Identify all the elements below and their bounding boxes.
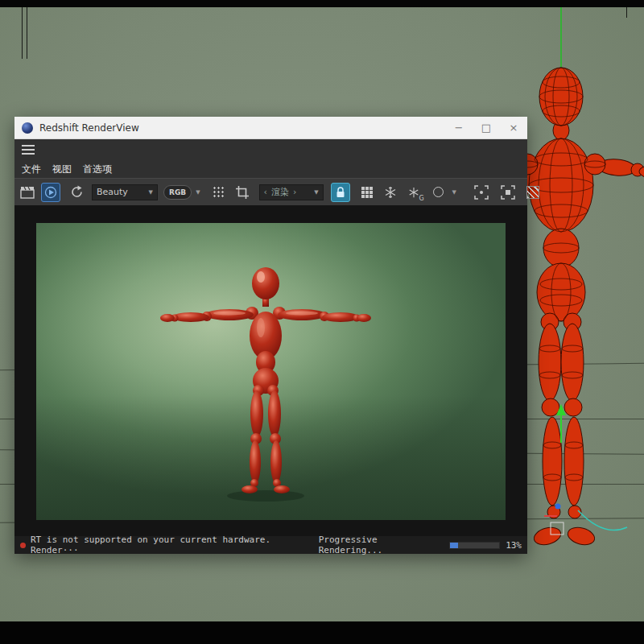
background-edge-line [27,7,27,59]
focus-region-icon[interactable] [472,183,491,202]
status-error-dot [20,543,26,548]
progress-bar [449,542,500,549]
progress-label: Progressive Rendering... [319,535,444,555]
render-viewport [14,205,527,536]
circle-icon[interactable] [429,183,448,202]
viewport-bottom-bar [0,621,644,644]
rendered-image[interactable] [36,223,506,520]
aov-beauty-dropdown[interactable]: Beauty ▼ [92,184,158,200]
status-message: RT is not supported on your current hard… [31,535,319,555]
minimize-button[interactable]: − [445,117,473,138]
restart-render-icon[interactable] [67,183,86,202]
render-target-dropdown[interactable]: ‹ 渲染 › ▼ [259,184,324,200]
redshift-logo-icon [22,122,33,134]
caret-down-icon[interactable]: ▼ [452,189,456,196]
caret-down-icon: ▼ [149,189,153,196]
prev-arrow-icon[interactable]: ‹ [264,187,267,197]
caret-down-icon: ▼ [314,189,318,196]
viewport-top-bar [0,0,644,7]
hamburger-menu-icon[interactable] [22,145,35,155]
crop-icon[interactable] [233,183,252,202]
desktop: Redshift RenderView − □ × 文件 视图 首选项 [0,0,644,644]
menu-preferences[interactable]: 首选项 [83,163,112,176]
aov-beauty-label: Beauty [97,187,128,197]
next-arrow-icon[interactable]: › [293,187,296,197]
dots-grid-icon[interactable] [209,183,229,202]
background-edge-line [22,7,23,59]
channel-rgb-button[interactable]: RGB [163,185,192,200]
lock-button[interactable] [331,183,350,202]
progress-percent: 13% [506,540,522,551]
menu-file[interactable]: 文件 [22,163,41,176]
status-bar: RT is not supported on your current hard… [14,536,527,554]
snowflake-g-icon[interactable]: G [404,183,423,202]
menu-header: 文件 视图 首选项 [14,139,527,178]
channel-rgb-label: RGB [169,188,186,196]
background-edge-line [626,7,627,18]
grid-icon[interactable] [357,183,377,202]
snowflake-g-label: G [419,195,423,202]
menu-view[interactable]: 视图 [52,163,72,176]
maximize-button[interactable]: □ [473,117,500,138]
caret-down-icon[interactable]: ▼ [196,189,200,196]
start-render-button[interactable] [41,183,60,202]
redshift-renderview-window: Redshift RenderView − □ × 文件 视图 首选项 [14,117,527,554]
snowflake-icon[interactable] [381,183,400,202]
toolbar: Beauty ▼ RGB ▼ ‹ 渲染 › ▼ [14,178,527,205]
close-button[interactable]: × [500,117,527,138]
region-render-icon[interactable] [498,183,518,202]
render-target-label: 渲染 [271,186,289,198]
hatch-overlay-icon[interactable] [523,183,543,202]
progress-bar-fill [450,543,458,548]
window-title: Redshift RenderView [39,122,139,134]
titlebar[interactable]: Redshift RenderView − □ × [14,117,527,139]
snapshot-icon[interactable] [18,183,37,202]
